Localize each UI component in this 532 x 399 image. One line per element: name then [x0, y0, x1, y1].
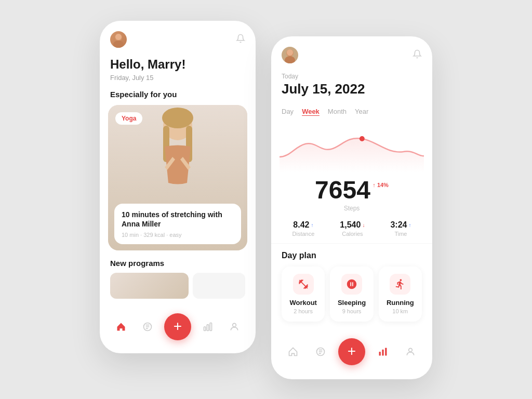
running-detail: 10 km [384, 308, 417, 314]
stats-row: 8.42 ↑ Distance 1,540 ↓ Calories 3:24 ↑ … [271, 216, 432, 244]
svg-rect-19 [385, 348, 387, 356]
greeting-date: Friday, July 15 [110, 74, 245, 82]
time-arrow: ↑ [408, 222, 411, 228]
right-top-bar [271, 36, 432, 69]
nav-stats-icon[interactable] [198, 317, 217, 336]
calories-value: 1,540 ↓ [340, 220, 365, 230]
nav-home-icon[interactable] [112, 317, 130, 336]
phone-right: Today July 15, 2022 Day Week Month Year [271, 36, 432, 379]
avatar-image [110, 31, 127, 48]
right-plus-icon: + [348, 344, 356, 358]
svg-point-11 [232, 323, 236, 327]
workout-detail: 2 hours [287, 308, 320, 314]
yoga-badge: Yoga [115, 112, 142, 125]
stat-distance: 8.42 ↑ Distance [292, 220, 315, 237]
steps-section: 7654 ↑ 14% Steps [271, 172, 432, 216]
tab-day[interactable]: Day [282, 108, 294, 115]
distance-value: 8.42 ↑ [292, 220, 315, 230]
time-tabs: Day Week Month Year [271, 102, 432, 121]
left-top-bar [100, 21, 256, 53]
calories-arrow: ↓ [362, 222, 365, 228]
running-name: Running [384, 299, 417, 307]
distance-arrow: ↑ [311, 222, 313, 228]
yoga-info-card: 10 minutes of stretching with Anna Mille… [114, 204, 241, 244]
greeting-title: Hello, Marry! [110, 57, 245, 72]
svg-point-2 [115, 34, 122, 40]
yoga-card-title: 10 minutes of stretching with Anna Mille… [122, 210, 234, 229]
right-nav-home-icon[interactable] [284, 342, 302, 361]
especially-section-title: Especially for you [100, 90, 256, 105]
right-nav-stats-icon[interactable] [374, 342, 392, 361]
new-programs-section: New programs [100, 250, 256, 303]
svg-point-14 [287, 49, 293, 56]
left-avatar[interactable] [110, 31, 127, 48]
time-label: Time [390, 231, 411, 237]
right-avatar[interactable] [282, 47, 298, 63]
time-value: 3:24 ↑ [390, 220, 411, 230]
workout-name: Workout [287, 299, 320, 307]
svg-point-20 [408, 348, 412, 352]
calories-label: Calories [340, 231, 365, 237]
day-plan-title: Day plan [282, 251, 422, 260]
right-nav-user-icon[interactable] [401, 342, 420, 361]
distance-label: Distance [292, 231, 315, 237]
svg-rect-17 [379, 352, 381, 356]
right-nav-add-button[interactable]: + [338, 338, 365, 365]
new-programs-title: New programs [110, 259, 245, 268]
sleeping-detail: 9 hours [335, 308, 368, 314]
plan-card-sleeping[interactable]: Sleeping 9 hours [330, 267, 373, 322]
tab-week[interactable]: Week [302, 108, 320, 115]
greeting-section: Hello, Marry! Friday, July 15 [100, 53, 256, 90]
svg-rect-9 [207, 325, 209, 331]
program-thumb-1[interactable] [110, 273, 189, 299]
plan-card-workout[interactable]: Workout 2 hours [282, 267, 325, 322]
sleeping-name: Sleeping [335, 299, 368, 307]
svg-point-1 [113, 41, 124, 48]
today-label: Today [282, 73, 422, 80]
yoga-card-meta: 10 min · 329 kcal · easy [122, 232, 234, 238]
left-bottom-nav: + [100, 307, 256, 351]
stat-calories: 1,540 ↓ Calories [340, 220, 365, 237]
tab-year[interactable]: Year [355, 108, 368, 115]
yoga-card[interactable]: Yoga 10 minutes of stre [108, 105, 247, 250]
today-section: Today July 15, 2022 [271, 69, 432, 102]
svg-rect-8 [204, 327, 206, 331]
plus-icon: + [174, 319, 182, 334]
right-nav-chat-icon[interactable] [311, 342, 330, 361]
svg-point-4 [162, 108, 193, 128]
workout-icon-wrap [293, 274, 314, 295]
programs-scroll [110, 273, 245, 299]
nav-user-icon[interactable] [225, 317, 244, 336]
tab-month[interactable]: Month [328, 108, 347, 115]
sleeping-icon-wrap [341, 274, 362, 295]
day-plan-section: Day plan Workout 2 hours [271, 244, 432, 326]
svg-rect-10 [210, 323, 212, 331]
stat-time: 3:24 ↑ Time [390, 220, 411, 237]
bell-icon[interactable] [236, 34, 245, 45]
today-date: July 15, 2022 [282, 81, 422, 97]
nav-chat-icon[interactable] [138, 317, 157, 336]
right-bell-icon[interactable] [413, 49, 422, 61]
nav-add-button[interactable]: + [164, 313, 191, 340]
plan-cards: Workout 2 hours Sleeping 9 hours [282, 267, 422, 322]
steps-value: 7654 [315, 178, 370, 203]
app-container: Hello, Marry! Friday, July 15 Especially… [79, 0, 453, 399]
steps-percent: ↑ 14% [373, 182, 389, 188]
svg-rect-18 [382, 350, 384, 356]
steps-label: Steps [282, 205, 422, 212]
plan-card-running[interactable]: Running 10 km [379, 267, 422, 322]
right-bottom-nav: + [271, 332, 432, 376]
svg-point-15 [360, 136, 365, 141]
running-icon-wrap [390, 274, 410, 295]
svg-point-13 [285, 56, 295, 63]
activity-chart [280, 121, 424, 172]
phone-left: Hello, Marry! Friday, July 15 Especially… [100, 21, 256, 353]
program-thumb-2[interactable] [193, 273, 245, 299]
